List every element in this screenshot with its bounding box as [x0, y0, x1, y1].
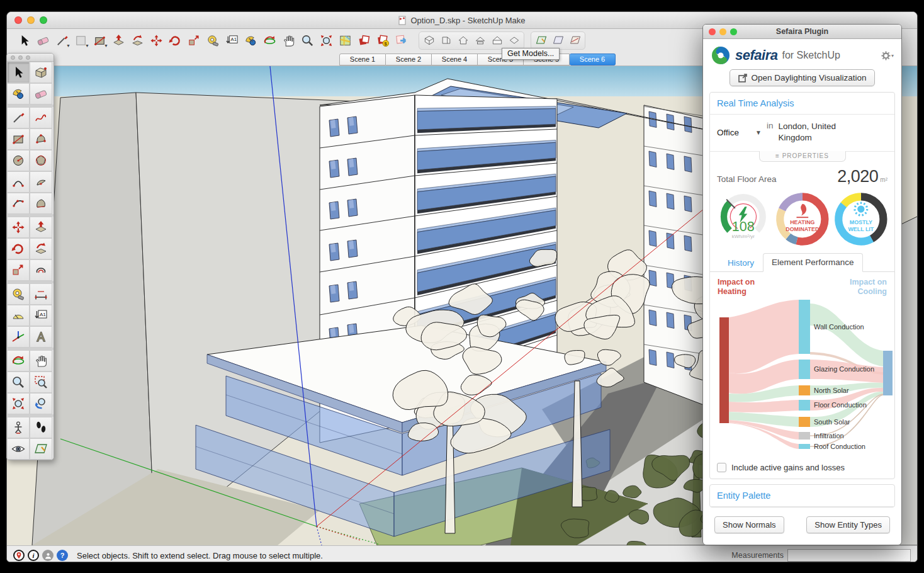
rotate-tool-button[interactable] — [7, 238, 30, 259]
protractor-tool-button[interactable] — [7, 305, 30, 326]
usage-type-dropdown[interactable]: Office▼ — [717, 121, 762, 144]
rectangle-tool-button[interactable] — [7, 128, 30, 150]
pie-tool-button[interactable] — [30, 171, 52, 193]
show-entity-types-button[interactable]: Show Entity Types — [806, 516, 890, 533]
line-tool-button[interactable] — [7, 107, 30, 128]
open-daylighting-button[interactable]: Open Daylighting Visualization — [730, 69, 876, 86]
position-camera-tool-button[interactable] — [7, 417, 30, 438]
palette-titlebar[interactable] — [7, 54, 54, 62]
zoom-button[interactable] — [40, 16, 47, 24]
paint-bucket-tool-button[interactable] — [242, 31, 259, 49]
freehand-tool-button[interactable] — [30, 107, 52, 128]
arc-3pt-tool-button[interactable] — [7, 193, 30, 214]
section-plane-tool-button[interactable] — [30, 438, 52, 460]
orbit-tool-button[interactable] — [261, 31, 278, 49]
rotated-rectangle-tool-button[interactable] — [30, 128, 52, 150]
offset-tool-button[interactable] — [30, 259, 52, 281]
previous-view-tool-button[interactable] — [30, 393, 52, 414]
follow-me-tool-button[interactable] — [128, 31, 146, 49]
zoom-window-tool-button[interactable] — [30, 372, 52, 393]
zoom-tool-button[interactable] — [298, 31, 316, 49]
view-right-tool-button[interactable] — [506, 33, 522, 48]
select-tool-button[interactable] — [15, 31, 33, 49]
follow-me-tool-button[interactable] — [30, 238, 52, 259]
sefaira-minimize-button[interactable] — [719, 28, 726, 35]
sefaira-zoom-button[interactable] — [730, 28, 737, 35]
node-north-solar[interactable] — [799, 385, 810, 395]
zoom-extents-tool-button[interactable] — [317, 31, 335, 49]
scene-tab-6[interactable]: Scene 6 — [570, 54, 616, 65]
scale-tool-button[interactable] — [7, 259, 30, 281]
help-icon[interactable]: ? — [57, 550, 68, 561]
eraser-tool-button[interactable] — [34, 31, 52, 49]
tab-element-performance[interactable]: Element Performance — [763, 253, 863, 272]
minimize-button[interactable] — [27, 16, 35, 24]
info-icon[interactable]: i — [28, 550, 39, 561]
rectangle-tool-button[interactable]: ▼ — [91, 31, 108, 49]
active-gains-checkbox[interactable] — [717, 463, 726, 472]
geolocation-icon[interactable] — [13, 550, 25, 561]
paint-bucket-tool-button[interactable] — [7, 83, 30, 105]
view-front-tool-button[interactable] — [455, 33, 471, 48]
properties-tab[interactable]: ≡ PROPERTIES — [759, 151, 846, 162]
view-iso-tool-button[interactable] — [421, 33, 437, 48]
sefaira-close-button[interactable] — [709, 28, 716, 35]
account-icon[interactable] — [42, 550, 54, 561]
select-tool-button[interactable] — [7, 62, 30, 83]
move-tool-button[interactable] — [147, 31, 165, 49]
node-glazing-conduction[interactable] — [799, 360, 810, 379]
close-button[interactable] — [14, 16, 22, 24]
node-south-solar[interactable] — [799, 417, 810, 427]
look-around-tool-button[interactable] — [7, 438, 30, 460]
node-wall-conduction[interactable] — [799, 300, 810, 354]
bezier-tool-button[interactable] — [30, 193, 52, 214]
tab-history[interactable]: History — [719, 254, 763, 271]
move-tool-button[interactable] — [7, 217, 30, 238]
arc-2pt-tool-button[interactable] — [7, 171, 30, 193]
view-left-tool-button[interactable] — [438, 33, 454, 48]
zoom-extents-tool-button[interactable] — [7, 393, 30, 414]
show-normals-button[interactable]: Show Normals — [714, 516, 784, 533]
dimension-tool-button[interactable] — [30, 283, 52, 305]
scene-tab-4[interactable]: Scene 4 — [432, 54, 478, 65]
make-component-tool-button[interactable] — [30, 62, 52, 83]
view-back-tool-button[interactable] — [489, 33, 505, 48]
heating-node[interactable] — [719, 317, 729, 423]
rotate-tool-button[interactable] — [166, 31, 184, 49]
eraser-tool-button[interactable] — [30, 83, 52, 105]
axes-tool-button[interactable] — [7, 326, 30, 348]
section-plane-tool-button[interactable] — [533, 33, 549, 48]
circle-tool-button[interactable] — [7, 150, 30, 171]
zoom-tool-button[interactable] — [7, 372, 30, 393]
3d-warehouse-tool-button[interactable] — [355, 31, 373, 49]
share-model-tool-button[interactable] — [393, 31, 410, 49]
node-roof-conduction[interactable] — [799, 444, 810, 449]
scale-tool-button[interactable] — [185, 31, 203, 49]
line-tool-button[interactable]: ▼ — [53, 31, 70, 49]
pan-tool-button[interactable] — [279, 31, 297, 49]
walk-tool-button[interactable] — [30, 417, 52, 438]
node-floor-conduction[interactable] — [799, 400, 810, 411]
node-infiltration[interactable] — [799, 432, 810, 440]
view-top-tool-button[interactable] — [472, 33, 488, 48]
orbit-tool-button[interactable] — [7, 350, 30, 372]
section-display-tool-button[interactable] — [550, 33, 566, 48]
3d-text-tool-button[interactable] — [30, 326, 52, 348]
add-location-tool-button[interactable] — [336, 31, 354, 49]
text-tool-button[interactable]: A1 — [30, 305, 52, 326]
tape-measure-tool-button[interactable] — [204, 31, 222, 49]
polygon-tool-button[interactable] — [30, 150, 52, 171]
tape-measure-tool-button[interactable] — [7, 283, 30, 305]
scene-tab-2[interactable]: Scene 2 — [386, 54, 432, 65]
cooling-node[interactable] — [883, 351, 893, 395]
location-value[interactable]: London, United Kingdom — [778, 121, 836, 144]
push-pull-tool-button[interactable] — [110, 31, 127, 49]
get-models-tool-button[interactable]: $ — [374, 31, 392, 49]
push-pull-tool-button[interactable] — [30, 217, 52, 238]
arc-tool-button[interactable]: ▼ — [72, 31, 89, 49]
measurements-input[interactable] — [787, 549, 911, 562]
text-tool-button[interactable]: A1 — [223, 31, 240, 49]
section-cut-tool-button[interactable] — [567, 33, 583, 48]
settings-menu[interactable]: ▾ — [881, 51, 894, 60]
pan-tool-button[interactable] — [30, 350, 52, 372]
